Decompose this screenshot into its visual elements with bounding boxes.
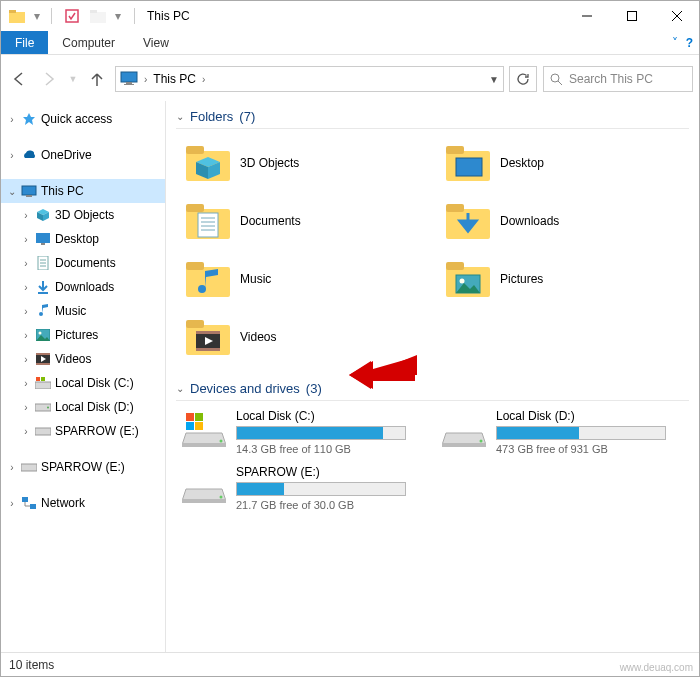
- tree-onedrive[interactable]: › OneDrive: [1, 143, 165, 167]
- folder-music[interactable]: Music: [176, 253, 426, 305]
- expander-icon[interactable]: ›: [21, 330, 31, 341]
- svg-point-57: [460, 279, 465, 284]
- download-icon: [35, 279, 51, 295]
- separator: [134, 8, 135, 24]
- search-input[interactable]: Search This PC: [543, 66, 693, 92]
- chevron-down-icon[interactable]: ▼: [489, 74, 499, 85]
- svg-rect-52: [186, 262, 204, 270]
- properties-icon[interactable]: [60, 4, 84, 28]
- chevron-right-icon[interactable]: ›: [202, 74, 205, 85]
- svg-rect-38: [186, 146, 204, 154]
- tab-file[interactable]: File: [1, 31, 48, 54]
- drive-item[interactable]: SPARROW (E:) 21.7 GB free of 30.0 GB: [176, 465, 426, 511]
- drive-capacity-bar: [236, 482, 406, 496]
- forward-button[interactable]: [37, 67, 61, 91]
- close-button[interactable]: [654, 1, 699, 31]
- svg-rect-3: [90, 12, 106, 23]
- qat-customize-icon[interactable]: ▾: [112, 4, 124, 28]
- svg-rect-61: [196, 331, 220, 334]
- window-title: This PC: [141, 9, 190, 23]
- tree-local-disk-c[interactable]: ›Local Disk (C:): [1, 371, 165, 395]
- tree-network[interactable]: ›Network: [1, 491, 165, 515]
- new-folder-icon[interactable]: [86, 4, 110, 28]
- expander-icon[interactable]: ›: [21, 402, 31, 413]
- minimize-button[interactable]: [564, 1, 609, 31]
- drive-capacity-bar: [236, 426, 406, 440]
- address-bar[interactable]: › This PC › ▼: [115, 66, 504, 92]
- expander-icon[interactable]: ›: [7, 462, 17, 473]
- expander-icon[interactable]: ›: [7, 114, 17, 125]
- svg-rect-6: [627, 12, 636, 21]
- svg-point-72: [220, 496, 223, 499]
- folder-documents[interactable]: Documents: [176, 195, 426, 247]
- help-icon[interactable]: ?: [686, 36, 693, 50]
- expander-icon[interactable]: ›: [21, 354, 31, 365]
- svg-rect-14: [22, 186, 36, 195]
- expander-icon[interactable]: ›: [21, 282, 31, 293]
- search-placeholder: Search This PC: [569, 72, 653, 86]
- back-button[interactable]: [7, 67, 31, 91]
- expander-icon[interactable]: ›: [21, 426, 31, 437]
- tree-sparrow-removable[interactable]: ›SPARROW (E:): [1, 455, 165, 479]
- tree-label: This PC: [41, 184, 84, 198]
- tree-this-pc[interactable]: ⌄ This PC: [1, 179, 165, 203]
- svg-rect-66: [195, 422, 203, 430]
- expander-icon[interactable]: ›: [21, 234, 31, 245]
- svg-line-13: [558, 81, 562, 85]
- status-bar: 10 items: [1, 652, 699, 676]
- expander-icon[interactable]: ›: [21, 378, 31, 389]
- folder-desktop[interactable]: Desktop: [436, 137, 686, 189]
- refresh-button[interactable]: [509, 66, 537, 92]
- drive-item[interactable]: Local Disk (D:) 473 GB free of 931 GB: [436, 409, 686, 455]
- network-icon: [21, 495, 37, 511]
- tree-3d-objects[interactable]: ›3D Objects: [1, 203, 165, 227]
- recent-dropdown-icon[interactable]: ▼: [67, 67, 79, 91]
- expander-icon[interactable]: ›: [21, 306, 31, 317]
- section-folders-header[interactable]: ⌄ Folders (7): [176, 109, 689, 129]
- svg-rect-28: [35, 382, 51, 389]
- drive-icon: [182, 409, 226, 447]
- svg-rect-43: [186, 204, 204, 212]
- chevron-right-icon[interactable]: ›: [144, 74, 147, 85]
- tree-sparrow-e[interactable]: ›SPARROW (E:): [1, 419, 165, 443]
- tree-downloads[interactable]: ›Downloads: [1, 275, 165, 299]
- svg-rect-64: [195, 413, 203, 421]
- folder-icon: [446, 257, 490, 301]
- folder-label: Pictures: [500, 272, 543, 286]
- tree-label: Local Disk (C:): [55, 376, 134, 390]
- section-drives-header[interactable]: ⌄ Devices and drives (3): [176, 381, 689, 401]
- folder-pictures[interactable]: Pictures: [436, 253, 686, 305]
- tree-music[interactable]: ›Music: [1, 299, 165, 323]
- maximize-button[interactable]: [609, 1, 654, 31]
- section-count: (7): [239, 109, 255, 124]
- expander-icon[interactable]: ›: [21, 210, 31, 221]
- chevron-down-icon[interactable]: ˅: [672, 36, 678, 50]
- breadcrumb-this-pc[interactable]: This PC: [153, 72, 196, 86]
- up-button[interactable]: [85, 67, 109, 91]
- svg-rect-59: [186, 320, 204, 328]
- tree-documents[interactable]: ›Documents: [1, 251, 165, 275]
- drives-grid: Local Disk (C:) 14.3 GB free of 110 GB L…: [176, 409, 689, 511]
- folder-icon: [186, 315, 230, 359]
- svg-rect-33: [35, 428, 51, 435]
- tree-quick-access[interactable]: › Quick access: [1, 107, 165, 131]
- tree-pictures[interactable]: ›Pictures: [1, 323, 165, 347]
- svg-rect-9: [121, 72, 137, 82]
- tab-computer[interactable]: Computer: [48, 31, 129, 54]
- qat-dropdown-icon[interactable]: ▾: [31, 4, 43, 28]
- folder-downloads[interactable]: Downloads: [436, 195, 686, 247]
- folder-3d-objects[interactable]: 3D Objects: [176, 137, 426, 189]
- tab-view[interactable]: View: [129, 31, 183, 54]
- expander-icon[interactable]: ›: [21, 258, 31, 269]
- drive-item[interactable]: Local Disk (C:) 14.3 GB free of 110 GB: [176, 409, 426, 455]
- tree-videos[interactable]: ›Videos: [1, 347, 165, 371]
- drive-icon: [182, 465, 226, 503]
- expander-icon[interactable]: ⌄: [7, 186, 17, 197]
- drive-capacity-bar: [496, 426, 666, 440]
- navigation-tree: › Quick access › OneDrive ⌄ This PC ›3D …: [1, 101, 166, 652]
- expander-icon[interactable]: ›: [7, 150, 17, 161]
- expander-icon[interactable]: ›: [7, 498, 17, 509]
- tree-local-disk-d[interactable]: ›Local Disk (D:): [1, 395, 165, 419]
- svg-rect-55: [446, 262, 464, 270]
- tree-desktop[interactable]: ›Desktop: [1, 227, 165, 251]
